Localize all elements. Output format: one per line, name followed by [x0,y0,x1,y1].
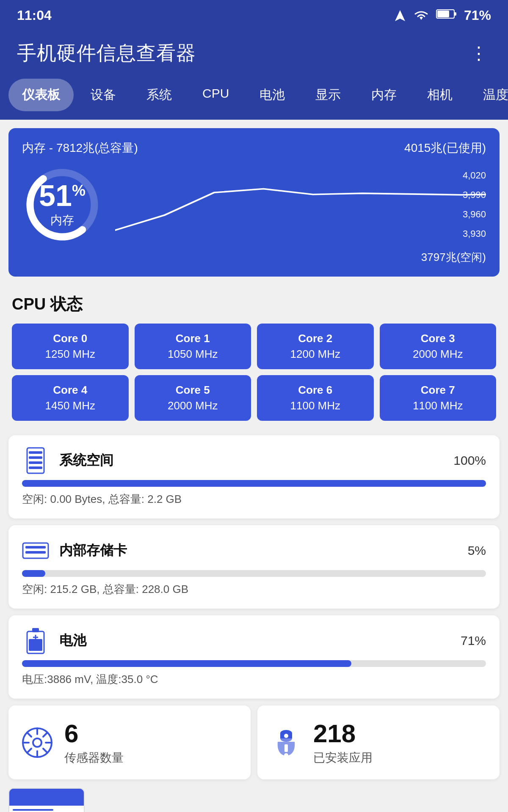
tab-温度[interactable]: 温度 [469,79,508,111]
tab-设备[interactable]: 设备 [77,79,130,111]
svg-rect-7 [29,451,42,454]
storage-progress-0 [22,480,486,487]
header: 手机硬件信息查看器 ⋮ [0,29,508,79]
svg-rect-2 [454,12,456,16]
cpu-core-0: Core 01250 MHz [12,324,129,369]
storage-card-percent-1: 5% [468,543,486,558]
memory-percent-value: 51 [39,179,72,212]
storage-card-detail-1: 空闲: 215.2 GB, 总容量: 228.0 GB [22,582,486,597]
tab-系统[interactable]: 系统 [133,79,185,111]
stat-icon-1 [269,726,303,760]
status-icons: 71% [394,8,491,23]
cpu-core-4: Core 41450 MHz [12,375,129,421]
tab-电池[interactable]: 电池 [246,79,298,111]
storage-card-percent-2: 71% [461,634,486,648]
svg-marker-0 [395,10,405,21]
storage-icon-2 [22,627,49,654]
svg-line-27 [43,732,47,737]
status-time: 11:04 [17,8,52,23]
battery-percent: 71% [464,8,491,23]
memory-percent-symbol: % [72,182,86,199]
storage-card-1: 内部存储卡 5% 空闲: 215.2 GB, 总容量: 228.0 GB [8,525,500,609]
storage-icon-1 [22,537,49,564]
screenshot-preview: 截取更多内容 [8,788,500,812]
memory-title-left: 内存 - 7812兆(总容量) [22,140,138,156]
wifi-icon [413,10,429,22]
memory-header: 内存 - 7812兆(总容量) 4015兆(已使用) [22,140,486,156]
cpu-section-title: CPU 状态 [12,294,496,315]
stat-icon-0 [20,726,54,760]
storage-progress-1 [22,570,45,577]
storage-card-detail-0: 空闲: 0.00 Bytes, 总容量: 2.2 GB [22,492,486,507]
tab-list: 仪表板设备系统CPU电池显示内存相机温度传感器 [8,79,500,111]
memory-y-labels: 4,020 3,990 3,960 3,930 [463,170,486,239]
cpu-core-7: Core 71100 MHz [380,375,497,421]
stat-number-1: 218 [313,719,373,748]
svg-point-32 [284,734,288,738]
tab-相机[interactable]: 相机 [414,79,466,111]
svg-rect-11 [23,543,48,558]
tabs-container: 仪表板设备系统CPU电池显示内存相机温度传感器 [0,79,508,120]
cpu-core-6: Core 61100 MHz [257,375,374,421]
status-bar: 11:04 71% [0,0,508,29]
svg-rect-13 [25,551,46,554]
stat-label-0: 传感器数量 [64,750,124,766]
stat-number-0: 6 [64,719,124,748]
svg-rect-3 [437,11,449,17]
storage-card-title-1: 内部存储卡 [59,541,468,560]
svg-line-25 [27,732,31,737]
svg-line-26 [43,749,47,753]
memory-body: 51% 内存 4,020 3,990 3,960 3,930 [22,165,486,245]
stat-card-0: 6 传感器数量 [8,705,251,779]
svg-rect-10 [29,466,42,469]
memory-footer: 3797兆(空闲) [22,250,486,265]
stat-card-1: 218 已安装应用 [257,705,500,779]
storage-card-2: 电池 71% 电压:3886 mV, 温度:35.0 °C [8,615,500,699]
svg-point-20 [33,738,41,747]
stats-row: 6 传感器数量 218 已安装应用 [8,705,500,779]
storage-section: 系统空间 100% 空闲: 0.00 Bytes, 总容量: 2.2 GB 内部… [0,435,508,699]
storage-card-percent-0: 100% [453,453,486,468]
tab-CPU[interactable]: CPU [189,79,243,111]
svg-rect-9 [29,461,42,464]
storage-progress-2 [22,660,351,667]
tab-显示[interactable]: 显示 [302,79,354,111]
svg-rect-33 [284,744,288,752]
battery-icon [436,8,457,23]
screenshot-thumbnail [8,788,85,812]
app-title: 手机硬件信息查看器 [17,40,196,66]
tab-内存[interactable]: 内存 [358,79,410,111]
memory-percent-display: 51% 内存 [39,181,86,228]
cpu-core-1: Core 11050 MHz [135,324,251,369]
more-menu-button[interactable]: ⋮ [467,39,491,67]
svg-point-34 [284,753,288,757]
cpu-core-5: Core 52000 MHz [135,375,251,421]
cpu-core-grid: Core 01250 MHzCore 11050 MHzCore 21200 M… [12,324,496,421]
signal-icon [394,9,406,22]
tab-仪表板[interactable]: 仪表板 [8,79,74,111]
memory-card: 内存 - 7812兆(总容量) 4015兆(已使用) 51% 内存 4, [8,128,500,277]
cpu-section: CPU 状态 Core 01250 MHzCore 11050 MHzCore … [0,285,508,435]
cpu-core-3: Core 32000 MHz [380,324,497,369]
storage-card-title-2: 电池 [59,631,461,650]
svg-rect-15 [32,628,39,632]
stat-label-1: 已安装应用 [313,750,373,766]
memory-chart: 4,020 3,990 3,960 3,930 [115,170,486,239]
memory-title-right: 4015兆(已使用) [404,140,486,156]
storage-card-0: 系统空间 100% 空闲: 0.00 Bytes, 总容量: 2.2 GB [8,435,500,518]
svg-rect-12 [25,546,46,549]
svg-rect-16 [29,639,42,651]
memory-gauge: 51% 内存 [22,165,102,245]
svg-line-28 [27,749,31,753]
storage-card-title-0: 系统空间 [59,451,453,470]
cpu-core-2: Core 21200 MHz [257,324,374,369]
storage-icon-0 [22,447,49,474]
memory-percent-label: 内存 [39,212,86,228]
storage-card-detail-2: 电压:3886 mV, 温度:35.0 °C [22,672,486,687]
svg-rect-8 [29,456,42,459]
